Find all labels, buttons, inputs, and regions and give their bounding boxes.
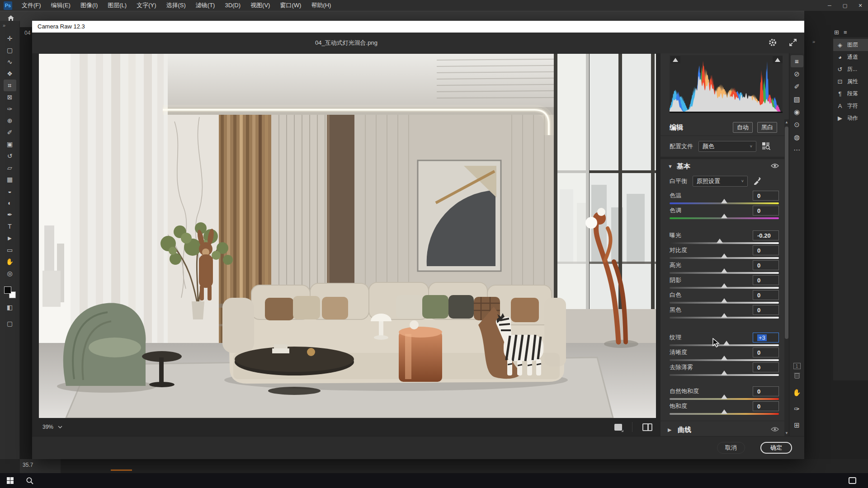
move-tool-icon[interactable]: ✛ [4, 33, 16, 44]
before-after-view-icon[interactable] [642, 423, 652, 431]
slider-contrast[interactable]: 对比度0 [670, 245, 779, 260]
frame-tool-icon[interactable]: ⊠ [4, 91, 16, 103]
cancel-button[interactable]: 取消 [717, 442, 745, 454]
slider-thumb[interactable] [721, 394, 727, 399]
tab-character[interactable]: A字符 [833, 100, 868, 112]
menu-item[interactable]: 选择(S) [161, 0, 190, 11]
slider-value-box[interactable]: 0 [753, 191, 779, 201]
slider-whites[interactable]: 白色0 [670, 290, 779, 305]
auto-button[interactable]: 自动 [733, 122, 753, 133]
eye-icon[interactable] [771, 427, 779, 433]
color-swatches[interactable] [4, 286, 16, 298]
tray-app-icon[interactable] [849, 477, 856, 484]
menu-item[interactable]: 文字(Y) [132, 0, 161, 11]
pen-tool-icon[interactable]: ✒ [4, 209, 16, 221]
eraser-tool-icon[interactable]: ▱ [4, 162, 16, 174]
gradient-tool-icon[interactable]: ▦ [4, 174, 16, 185]
tab-history[interactable]: ↺历... [833, 63, 868, 75]
crop-tool-icon[interactable]: ⌗ [4, 80, 16, 91]
profile-select[interactable]: 颜色˅ [698, 141, 756, 152]
tab-layers[interactable]: ◈图层 [833, 39, 868, 51]
quick-mask-icon[interactable]: ◧ [7, 304, 13, 314]
eye-icon[interactable] [771, 163, 779, 170]
slider-value-box[interactable]: 0 [753, 275, 779, 285]
white-balance-select[interactable]: 原照设置˅ [693, 176, 748, 187]
slider-shadows[interactable]: 阴影0 [670, 275, 779, 290]
quick-selection-tool-icon[interactable]: ❖ [4, 68, 16, 80]
histogram[interactable] [660, 53, 789, 119]
menu-item[interactable]: 窗口(W) [275, 0, 306, 11]
menu-item[interactable]: 图层(L) [103, 0, 132, 11]
slider-thumb[interactable] [721, 356, 727, 360]
slider-value-box[interactable]: 0 [753, 305, 779, 315]
dock-expand-icon[interactable]: » [812, 39, 815, 44]
healing-brush-tool-icon[interactable]: ⊕ [4, 115, 16, 127]
panel-scrollbar[interactable]: ▲ ▼ [784, 119, 789, 436]
slider-saturation[interactable]: 饱和度0 [670, 401, 779, 416]
graduated-filter-tool-icon[interactable]: ▧ [791, 93, 803, 105]
lasso-tool-icon[interactable]: ∿ [4, 56, 16, 68]
blur-tool-icon[interactable]: ◒ [4, 185, 16, 197]
tab-paragraph[interactable]: ¶段落 [833, 88, 868, 100]
menu-item[interactable]: 滤镜(T) [191, 0, 220, 11]
document-tab[interactable]: 04 [24, 30, 30, 36]
tab-properties[interactable]: ⊡属性 [833, 75, 868, 88]
workspace-icon[interactable]: ≡ [844, 29, 847, 36]
preview-image[interactable] [39, 54, 656, 418]
slider-track[interactable] [670, 413, 779, 415]
slider-thumb[interactable] [721, 268, 727, 273]
slider-track[interactable] [670, 359, 779, 361]
slider-value-box[interactable]: 0 [753, 290, 779, 300]
slider-thumb[interactable] [717, 239, 723, 243]
scrollbar-thumb[interactable] [785, 127, 788, 339]
slider-value-box[interactable]: 0 [753, 401, 779, 411]
close-button[interactable]: ✕ [853, 0, 868, 11]
slider-exposure[interactable]: 曝光-0.20 [670, 230, 779, 245]
slider-track[interactable] [670, 202, 779, 204]
tab-actions[interactable]: ▶动作 [833, 112, 868, 124]
taskbar-search-button[interactable] [20, 473, 40, 488]
path-select-tool-icon[interactable]: ► [4, 232, 16, 244]
dodge-tool-icon[interactable]: ◐ [4, 197, 16, 209]
slider-vibrance[interactable]: 自然饱和度0 [670, 386, 779, 401]
slider-thumb[interactable] [721, 409, 727, 414]
foreground-color-swatch[interactable] [4, 286, 11, 294]
minimize-button[interactable]: ─ [822, 0, 837, 11]
slider-value-box[interactable]: -0.20 [753, 230, 779, 240]
slider-track[interactable] [670, 272, 779, 274]
slider-thumb[interactable] [721, 298, 727, 303]
profile-browser-icon[interactable] [762, 142, 771, 151]
shadow-clipping-indicator[interactable] [670, 56, 680, 63]
slider-track[interactable] [670, 287, 779, 289]
slider-value-box[interactable]: 0 [753, 386, 779, 396]
history-brush-tool-icon[interactable]: ↺ [4, 150, 16, 162]
menu-item[interactable]: 文件(F) [17, 0, 46, 11]
slider-track[interactable] [670, 344, 779, 346]
expand-fullscreen-icon[interactable] [789, 38, 797, 48]
slider-thumb[interactable] [721, 313, 727, 318]
menu-item[interactable]: 帮助(H) [306, 0, 336, 11]
highlight-clipping-indicator[interactable] [773, 56, 783, 63]
menu-item[interactable]: 编辑(E) [46, 0, 75, 11]
adjustment-brush-tool-icon[interactable]: ✐ [791, 80, 803, 93]
slider-thumb[interactable] [721, 371, 727, 375]
hand-tool-icon[interactable]: ✋ [791, 386, 803, 399]
slider-thumb[interactable] [721, 253, 727, 258]
slider-texture[interactable]: 纹理+3 [670, 333, 779, 347]
zoom-tool-icon[interactable]: ◎ [4, 267, 16, 279]
type-tool-icon[interactable]: T [4, 221, 16, 232]
slider-track[interactable] [670, 374, 779, 376]
white-balance-eyedropper-icon[interactable]: ✑ [791, 403, 803, 415]
black-white-button[interactable]: 黑白 [757, 122, 777, 133]
marquee-tool-icon[interactable]: ▢ [4, 44, 16, 56]
slider-value-box[interactable]: 0 [753, 260, 779, 270]
clone-stamp-tool-icon[interactable]: ▣ [4, 138, 16, 150]
slider-clarity[interactable]: 清晰度0 [670, 347, 779, 362]
presets-tool-icon[interactable]: ◍ [791, 131, 803, 143]
shape-tool-icon[interactable]: ▭ [4, 244, 16, 256]
slider-value-box[interactable]: 0 [753, 245, 779, 255]
slider-dehaze[interactable]: 去除薄雾0 [670, 362, 779, 377]
slider-value-box[interactable]: 0 [753, 347, 779, 357]
menu-item[interactable]: 图像(I) [75, 0, 103, 11]
slider-value-box[interactable]: +3 [753, 333, 779, 343]
